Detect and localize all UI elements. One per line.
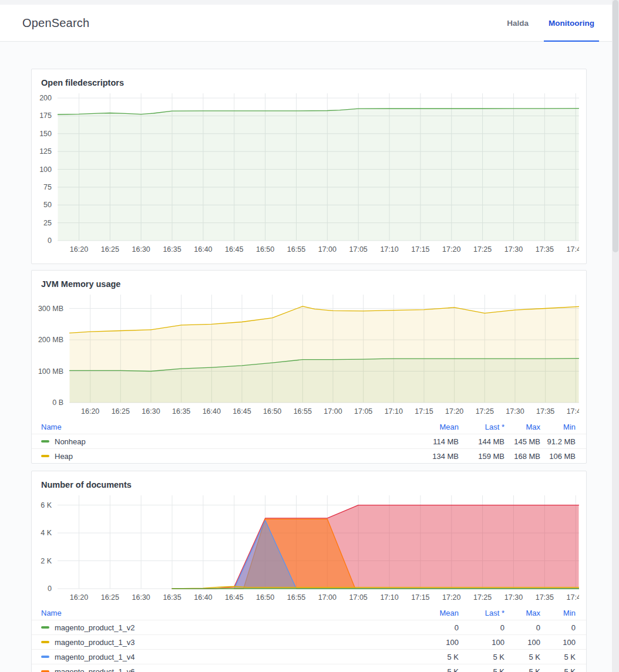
legend-value: 100 (412, 638, 459, 647)
x-axis-tick-label: 17:05 (354, 407, 372, 416)
legend-number-of-documents: NameMeanLast *MaxMinmagento_product_1_v2… (32, 606, 586, 672)
legend-value: 5 K (540, 667, 576, 672)
y-axis-tick-label: 300 MB (38, 305, 63, 313)
legend-value: 0 (540, 623, 576, 632)
x-axis-tick-label: 17:00 (318, 245, 337, 254)
y-axis-tick-label: 200 (39, 94, 52, 102)
legend-value: 134 MB (412, 452, 459, 461)
x-axis-tick-label: 16:55 (287, 593, 305, 602)
legend-value: 0 (459, 623, 504, 632)
series-area (58, 109, 579, 241)
panel-open-filedescriptors: Open filedescriptors 0255075100125150175… (31, 69, 587, 264)
chart-open-filedescriptors[interactable]: 025507510012515017520016:2016:2516:3016:… (32, 93, 579, 256)
y-axis-tick-label: 125 (39, 147, 52, 156)
x-axis-tick-label: 17:15 (411, 245, 429, 254)
x-axis-tick-label: 17:30 (504, 593, 523, 602)
legend-row: magento_product_1_v20000 (32, 620, 586, 634)
panel-title-open-filedescriptors: Open filedescriptors (41, 77, 586, 89)
legend-jvm-memory-usage: NameMeanLast *MaxMinNonheap114 MB144 MB1… (32, 420, 586, 463)
x-axis-tick-label: 17:15 (415, 407, 433, 416)
x-axis-tick-label: 16:35 (163, 593, 181, 602)
y-axis-tick-label: 0 B (52, 399, 63, 407)
series-name-label: magento_product_1_v3 (55, 638, 135, 647)
legend-row: magento_product_1_v45 K5 K5 K5 K (32, 649, 586, 664)
chart-jvm-memory-usage[interactable]: 0 B100 MB200 MB300 MB16:2016:2516:3016:3… (32, 295, 579, 418)
series-color-swatch (41, 455, 49, 457)
y-axis-tick-label: 2 K (41, 557, 52, 565)
app-header: OpenSearch Halda Monitooring (0, 5, 612, 42)
x-axis-tick-label: 16:20 (70, 593, 88, 602)
x-axis-tick-label: 17:40 (567, 407, 579, 416)
legend-value: 100 (459, 638, 504, 647)
x-axis-tick-label: 17:10 (385, 407, 403, 416)
legend-column-max[interactable]: Max (504, 609, 540, 617)
y-axis-tick-label: 0 (48, 585, 52, 593)
series-name-label: magento_product_1_v4 (55, 653, 135, 661)
x-axis-tick-label: 17:30 (506, 407, 524, 416)
series-name[interactable]: Heap (41, 452, 412, 461)
x-axis-tick-label: 16:55 (287, 245, 305, 254)
tab-monitooring[interactable]: Monitooring (547, 5, 596, 41)
legend-value: 144 MB (459, 437, 504, 446)
series-name-label: magento_product_1_v6 (55, 667, 135, 672)
legend-value: 91.2 MB (540, 437, 576, 446)
legend-column-mean[interactable]: Mean (412, 423, 459, 431)
x-axis-tick-label: 17:10 (380, 245, 398, 254)
legend-row: Heap134 MB159 MB168 MB106 MB (32, 448, 586, 463)
legend-column-max[interactable]: Max (504, 423, 540, 431)
y-axis-tick-label: 6 K (41, 501, 52, 509)
legend-value: 114 MB (412, 437, 459, 446)
x-axis-tick-label: 17:40 (567, 593, 579, 602)
x-axis-tick-label: 16:20 (81, 407, 99, 416)
series-color-swatch (41, 656, 49, 658)
legend-column-name[interactable]: Name (41, 609, 412, 617)
legend-column-min[interactable]: Min (540, 423, 576, 431)
series-name[interactable]: Nonheap (41, 437, 412, 446)
legend-value: 5 K (412, 667, 459, 672)
legend-column-last[interactable]: Last * (459, 423, 504, 431)
x-axis-tick-label: 16:20 (70, 245, 88, 254)
legend-row: magento_product_1_v3100100100100 (32, 634, 586, 649)
x-axis-tick-label: 17:35 (536, 245, 554, 254)
y-axis-tick-label: 200 MB (38, 336, 63, 344)
x-axis-tick-label: 16:25 (112, 407, 130, 416)
y-axis-tick-label: 4 K (41, 529, 52, 537)
x-axis-tick-label: 16:50 (256, 245, 274, 254)
series-name-label: magento_product_1_v2 (55, 623, 135, 632)
series-name[interactable]: magento_product_1_v2 (41, 623, 412, 632)
x-axis-tick-label: 16:50 (263, 407, 281, 416)
app-title: OpenSearch (22, 16, 89, 30)
legend-value: 5 K (459, 667, 504, 672)
x-axis-tick-label: 16:40 (194, 593, 212, 602)
legend-column-min[interactable]: Min (540, 609, 576, 617)
legend-value: 106 MB (540, 452, 576, 461)
panel-title-number-of-documents: Number of documents (41, 479, 586, 491)
series-name-label: Heap (55, 452, 73, 461)
x-axis-tick-label: 16:25 (101, 245, 119, 254)
chart-number-of-documents[interactable]: 02 K4 K6 K16:2016:2516:3016:3516:4016:45… (32, 495, 579, 605)
legend-value: 100 (540, 638, 576, 647)
series-name[interactable]: magento_product_1_v3 (41, 638, 412, 647)
legend-value: 5 K (504, 667, 540, 672)
x-axis-tick-label: 16:50 (256, 593, 274, 602)
x-axis-tick-label: 16:40 (203, 407, 221, 416)
y-axis-tick-label: 175 (39, 112, 52, 120)
tab-halda[interactable]: Halda (506, 5, 530, 41)
series-name[interactable]: magento_product_1_v4 (41, 653, 412, 661)
series-name[interactable]: magento_product_1_v6 (41, 667, 412, 672)
y-axis-tick-label: 100 (39, 166, 52, 174)
series-name-label: Nonheap (55, 437, 86, 446)
page-scrollbar-thumb[interactable] (613, 0, 618, 252)
legend-column-mean[interactable]: Mean (412, 609, 459, 617)
legend-column-name[interactable]: Name (41, 423, 412, 431)
x-axis-tick-label: 16:30 (132, 593, 150, 602)
x-axis-tick-label: 17:30 (504, 245, 523, 254)
x-axis-tick-label: 17:20 (442, 593, 460, 602)
y-axis-tick-label: 50 (43, 201, 52, 209)
legend-value: 168 MB (504, 452, 540, 461)
page-scrollbar[interactable] (612, 0, 619, 672)
x-axis-tick-label: 16:25 (101, 593, 119, 602)
legend-column-last[interactable]: Last * (459, 609, 504, 617)
x-axis-tick-label: 16:35 (163, 245, 181, 254)
legend-value: 0 (412, 623, 459, 632)
